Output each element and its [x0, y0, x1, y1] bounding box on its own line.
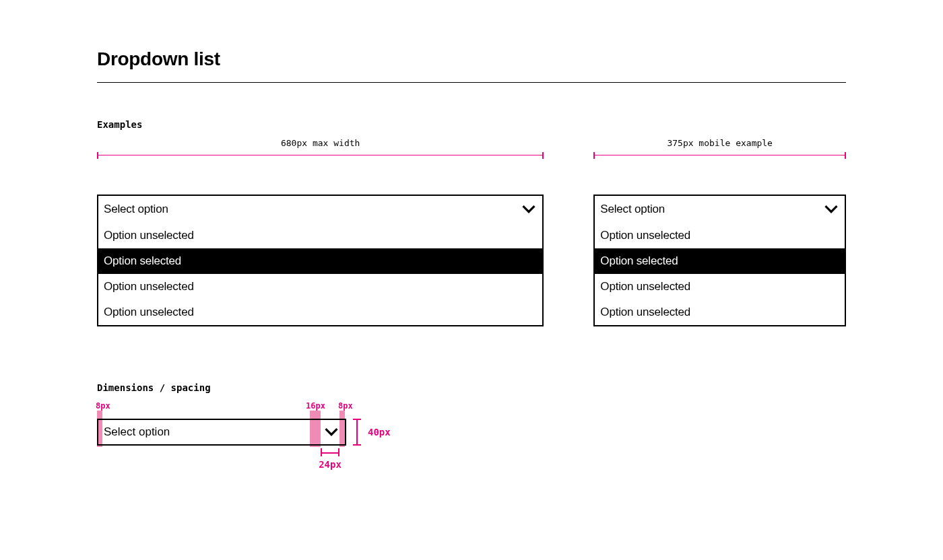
examples-row: 680px max width Select option Option uns… — [97, 142, 846, 326]
section-label-examples: Examples — [97, 119, 846, 130]
dropdown-option[interactable]: Option unselected — [595, 300, 845, 325]
width-measure-line — [593, 155, 846, 159]
width-measure-label: 680px max width — [97, 138, 544, 148]
dropdown-desktop: Select option Option unselected Option s… — [97, 195, 544, 326]
dropdown-placeholder: Select option — [104, 425, 323, 439]
section-label-dimensions: Dimensions / spacing — [97, 382, 211, 393]
spacing-label-gap: 16px — [306, 401, 325, 411]
dropdown-mobile: Select option Option unselected Option s… — [593, 195, 846, 326]
dropdown-placeholder: Select option — [600, 203, 823, 216]
dropdown-option-selected[interactable]: Option selected — [98, 248, 542, 274]
dropdown-spec-sample[interactable]: Select option — [97, 419, 346, 446]
dropdown-option-selected[interactable]: Option selected — [595, 248, 845, 274]
dimensions-section: Dimensions / spacing 8px 16px 8px Select… — [97, 401, 501, 549]
width-measure-mobile: 375px mobile example — [593, 142, 846, 158]
width-measure-desktop: 680px max width — [97, 142, 544, 158]
chevron-down-icon — [521, 201, 537, 217]
dropdown-option[interactable]: Option unselected — [98, 274, 542, 300]
example-mobile: 375px mobile example Select option Optio… — [593, 142, 846, 326]
dropdown-option[interactable]: Option unselected — [595, 274, 845, 300]
dropdown-option[interactable]: Option unselected — [98, 223, 542, 248]
chevron-down-icon — [823, 201, 839, 217]
page-title: Dropdown list — [97, 48, 846, 70]
dropdown-placeholder: Select option — [104, 203, 521, 216]
spacing-label-left: 8px — [96, 401, 110, 411]
title-divider — [97, 82, 846, 83]
example-desktop: 680px max width Select option Option uns… — [97, 142, 544, 326]
dropdown-header[interactable]: Select option — [98, 196, 542, 223]
width-measure-label: 375px mobile example — [593, 138, 846, 148]
spacing-label-right: 8px — [338, 401, 353, 411]
icon-width-label: 24px — [315, 459, 345, 470]
icon-width-measure: 24px — [321, 448, 339, 475]
width-measure-line — [97, 155, 544, 159]
dropdown-option[interactable]: Option unselected — [595, 223, 845, 248]
spacing-spec-box: Select option — [97, 411, 346, 451]
dropdown-header[interactable]: Select option — [595, 196, 845, 223]
page-container: Dropdown list Examples 680px max width S… — [97, 48, 846, 326]
chevron-down-icon — [323, 424, 339, 440]
height-measure-label: 40px — [368, 427, 391, 438]
dropdown-option[interactable]: Option unselected — [98, 300, 542, 325]
